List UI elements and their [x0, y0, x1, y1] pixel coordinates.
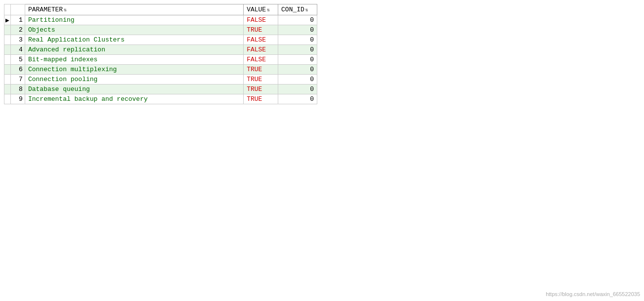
table-row[interactable]: ▶1PartitioningFALSE0 — [4, 15, 317, 25]
parameter-cell: Connection pooling — [25, 75, 243, 85]
con-id-sort-arrow: ⇅ — [305, 7, 308, 13]
table-row[interactable]: 5Bit-mapped indexesFALSE0 — [4, 55, 317, 65]
data-table: PARAMETER⇅ VALUE⇅ CON_ID⇅ ▶1Partitioning… — [4, 4, 317, 104]
parameter-cell: Incremental backup and recovery — [25, 94, 243, 104]
con-id-cell: 0 — [278, 35, 317, 45]
con-id-cell: 0 — [278, 15, 317, 25]
row-indicator — [4, 55, 11, 65]
con-id-cell: 0 — [278, 25, 317, 35]
table-header-row: PARAMETER⇅ VALUE⇅ CON_ID⇅ — [4, 4, 317, 15]
table-row[interactable]: 7Connection poolingTRUE0 — [4, 75, 317, 85]
row-indicator — [4, 75, 11, 85]
row-number: 1 — [10, 15, 25, 25]
value-cell: FALSE — [244, 15, 278, 25]
rownum-header — [10, 4, 25, 15]
row-number: 3 — [10, 35, 25, 45]
row-number: 9 — [10, 94, 25, 104]
value-cell: TRUE — [244, 75, 278, 85]
parameter-cell: Real Application Clusters — [25, 35, 243, 45]
row-indicator — [4, 25, 11, 35]
table-row[interactable]: 9Incremental backup and recoveryTRUE0 — [4, 94, 317, 104]
value-cell: FALSE — [244, 35, 278, 45]
row-number: 8 — [10, 85, 25, 94]
row-number: 2 — [10, 25, 25, 35]
row-indicator — [4, 85, 11, 94]
con-id-cell: 0 — [278, 55, 317, 65]
table-row[interactable]: 3Real Application ClustersFALSE0 — [4, 35, 317, 45]
con-id-cell: 0 — [278, 45, 317, 55]
parameter-header[interactable]: PARAMETER⇅ — [25, 4, 243, 15]
con-id-cell: 0 — [278, 75, 317, 85]
row-indicator — [4, 65, 11, 75]
parameter-cell: Bit-mapped indexes — [25, 55, 243, 65]
parameter-cell: Advanced replication — [25, 45, 243, 55]
con-id-header[interactable]: CON_ID⇅ — [278, 4, 317, 15]
parameter-cell: Database queuing — [25, 85, 243, 94]
value-cell: FALSE — [244, 55, 278, 65]
parameter-sort-arrow: ⇅ — [64, 7, 67, 13]
value-cell: TRUE — [244, 25, 278, 35]
row-number: 6 — [10, 65, 25, 75]
indicator-header — [4, 4, 11, 15]
value-cell: FALSE — [244, 45, 278, 55]
value-cell: TRUE — [244, 85, 278, 94]
value-cell: TRUE — [244, 65, 278, 75]
table-row[interactable]: 2ObjectsTRUE0 — [4, 25, 317, 35]
row-number: 7 — [10, 75, 25, 85]
con-id-cell: 0 — [278, 65, 317, 75]
parameter-cell: Partitioning — [25, 15, 243, 25]
table-row[interactable]: 8Database queuingTRUE0 — [4, 85, 317, 94]
row-indicator — [4, 35, 11, 45]
value-header[interactable]: VALUE⇅ — [244, 4, 278, 15]
table-container: PARAMETER⇅ VALUE⇅ CON_ID⇅ ▶1Partitioning… — [0, 0, 321, 108]
value-sort-arrow: ⇅ — [267, 7, 270, 13]
parameter-cell: Objects — [25, 25, 243, 35]
con-id-cell: 0 — [278, 85, 317, 94]
table-row[interactable]: 4Advanced replicationFALSE0 — [4, 45, 317, 55]
watermark: https://blog.csdn.net/waxin_665522035 — [546, 291, 640, 297]
row-number: 4 — [10, 45, 25, 55]
value-cell: TRUE — [244, 94, 278, 104]
parameter-cell: Connection multiplexing — [25, 65, 243, 75]
row-indicator — [4, 94, 11, 104]
row-number: 5 — [10, 55, 25, 65]
table-row[interactable]: 6Connection multiplexingTRUE0 — [4, 65, 317, 75]
row-indicator — [4, 45, 11, 55]
row-indicator: ▶ — [4, 15, 11, 25]
con-id-cell: 0 — [278, 94, 317, 104]
